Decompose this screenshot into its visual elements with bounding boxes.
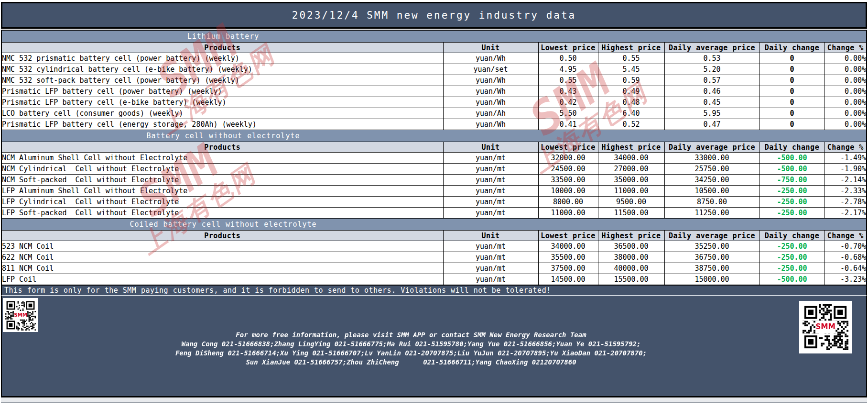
column-header: Daily change [760, 231, 825, 241]
column-header: Daily average price [664, 231, 760, 241]
cell-highest-price: 0.55 [598, 53, 664, 64]
cell-change-percent: -1.90% [825, 164, 867, 175]
column-header: Daily change [760, 142, 825, 153]
table-row: NMC 532 soft-pack battery cell (power ba… [1, 75, 867, 86]
column-header: Lowest price [538, 142, 598, 153]
table-row: NCM Cylindrical Cell without Electrolyte… [1, 164, 867, 175]
section-header-row: Coiled battery cell without electrolyte [1, 219, 867, 231]
column-header: Highest price [598, 231, 664, 241]
cell-daily-change: -750.00 [760, 175, 825, 186]
cell-unit: yuan/Wh [443, 97, 538, 108]
cell-product: NCM Aluminum Shell Cell without Electrol… [1, 153, 443, 164]
cell-unit: yuan/mt [443, 153, 538, 164]
section-header-row: Battery cell without electrolyte [1, 130, 867, 142]
cell-daily-change: 0 [760, 75, 825, 86]
table-row: NCM Soft-packed Cell without Electrolyte… [1, 175, 867, 186]
table-row: Prismatic LFP battery cell (e-bike batte… [1, 97, 867, 108]
price-table: Lithium batteryProductsUnitLowest priceH… [1, 30, 867, 286]
column-header: Products [1, 231, 443, 241]
cell-highest-price: 0.59 [598, 75, 664, 86]
cell-change-percent: -2.78% [825, 197, 867, 208]
cell-change-percent: -0.70% [825, 241, 867, 252]
table-row: NCM Aluminum Shell Cell without Electrol… [1, 153, 867, 164]
column-header: Change % [825, 142, 867, 153]
cell-daily-change: 0 [760, 86, 825, 97]
cell-highest-price: 38000.00 [598, 252, 664, 263]
cell-daily-average-price: 5.95 [664, 108, 760, 119]
cell-daily-average-price: 36750.00 [664, 252, 760, 263]
cell-daily-average-price: 38750.00 [664, 263, 760, 274]
cell-highest-price: 15500.00 [598, 274, 664, 286]
cell-daily-change: -250.00 [760, 208, 825, 219]
cell-daily-change: -250.00 [760, 197, 825, 208]
cell-daily-change: 0 [760, 119, 825, 130]
cell-highest-price: 34000.00 [598, 153, 664, 164]
cell-change-percent: 0.00% [825, 108, 867, 119]
notice-bar: This form is only for the SMM paying cus… [1, 286, 867, 296]
cell-lowest-price: 10000.00 [538, 186, 598, 197]
table-row: LFP Cylindrical Cell without Electrolyte… [1, 197, 867, 208]
cell-daily-change: 0 [760, 64, 825, 75]
page-title: 2023/12/4 SMM new energy industry data [292, 10, 576, 21]
cell-daily-change: -250.00 [760, 263, 825, 274]
qr-code-left [3, 298, 38, 332]
cell-lowest-price: 0.41 [538, 119, 598, 130]
cell-product: NMC 532 prismatic battery cell (power ba… [1, 53, 443, 64]
cell-daily-average-price: 5.20 [664, 64, 760, 75]
cell-change-percent: -3.23% [825, 274, 867, 286]
cell-unit: yuan/mt [443, 197, 538, 208]
contact-line: For more free information, please visit … [2, 331, 820, 340]
cell-daily-average-price: 0.46 [664, 86, 760, 97]
cell-product: 523 NCM Coil [1, 241, 443, 252]
cell-daily-change: -250.00 [760, 252, 825, 263]
cell-daily-change: 0 [760, 97, 825, 108]
cell-change-percent: -2.14% [825, 175, 867, 186]
table-row: NMC 532 prismatic battery cell (power ba… [1, 53, 867, 64]
cell-highest-price: 0.48 [598, 97, 664, 108]
bottom-strip [1, 397, 867, 403]
cell-product: 622 NCM Coil [1, 252, 443, 263]
cell-unit: yuan/mt [443, 208, 538, 219]
cell-lowest-price: 35500.00 [538, 252, 598, 263]
cell-unit: yuan/Wh [443, 75, 538, 86]
cell-unit: yuan/mt [443, 263, 538, 274]
qr-code-left-image [5, 300, 36, 331]
cell-daily-change: 0 [760, 108, 825, 119]
cell-daily-change: -500.00 [760, 274, 825, 286]
column-header: Highest price [598, 142, 664, 153]
cell-product: LCO battery cell (consumer goods) (weekl… [1, 108, 443, 119]
cell-daily-change: -250.00 [760, 241, 825, 252]
cell-lowest-price: 37500.00 [538, 263, 598, 274]
column-header-row: ProductsUnitLowest priceHighest priceDai… [1, 142, 867, 153]
column-header-row: ProductsUnitLowest priceHighest priceDai… [1, 231, 867, 241]
cell-lowest-price: 34000.00 [538, 241, 598, 252]
cell-product: LFP Soft-packed Cell without Electrolyte [1, 208, 443, 219]
cell-change-percent: -2.33% [825, 186, 867, 197]
cell-highest-price: 0.49 [598, 86, 664, 97]
cell-daily-average-price: 34250.00 [664, 175, 760, 186]
cell-highest-price: 27000.00 [598, 164, 664, 175]
column-header: Unit [443, 43, 538, 53]
table-row: Prismatic LFP battery cell (energy stora… [1, 119, 867, 130]
cell-lowest-price: 33500.00 [538, 175, 598, 186]
cell-daily-average-price: 10500.00 [664, 186, 760, 197]
report-title-bar: 2023/12/4 SMM new energy industry data [1, 2, 867, 29]
section-header-row: Lithium battery [1, 30, 867, 43]
cell-lowest-price: 24500.00 [538, 164, 598, 175]
cell-daily-change: -500.00 [760, 153, 825, 164]
cell-highest-price: 11000.00 [598, 186, 664, 197]
cell-unit: yuan/mt [443, 175, 538, 186]
cell-unit: yuan/Wh [443, 53, 538, 64]
cell-daily-average-price: 0.47 [664, 119, 760, 130]
cell-product: 811 NCM Coil [1, 263, 443, 274]
cell-daily-average-price: 0.45 [664, 97, 760, 108]
cell-daily-average-price: 15000.00 [664, 274, 760, 286]
column-header: Lowest price [538, 231, 598, 241]
cell-highest-price: 36500.00 [598, 241, 664, 252]
cell-product: LFP Aluminum Shell Cell without Electrol… [1, 186, 443, 197]
cell-lowest-price: 0.50 [538, 53, 598, 64]
cell-change-percent: -0.64% [825, 263, 867, 274]
column-header: Change % [825, 43, 867, 53]
cell-highest-price: 0.52 [598, 119, 664, 130]
cell-product: NMC 532 cylindrical battery cell (e-bike… [1, 64, 443, 75]
